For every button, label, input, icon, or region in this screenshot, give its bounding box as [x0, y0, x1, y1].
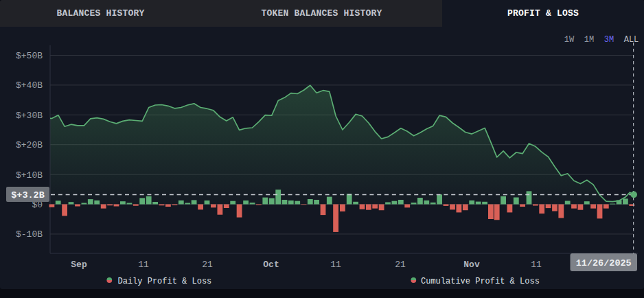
svg-text:Oct: Oct — [263, 260, 279, 270]
svg-text:Nov: Nov — [463, 260, 480, 270]
svg-text:21: 21 — [395, 260, 406, 270]
svg-text:$+50B: $+50B — [16, 51, 43, 61]
svg-text:Cumulative Profit & Loss: Cumulative Profit & Loss — [421, 277, 540, 286]
svg-text:1W: 1W — [564, 35, 575, 45]
svg-text:$+20B: $+20B — [16, 140, 43, 150]
svg-text:$-10B: $-10B — [16, 229, 43, 240]
svg-text:$+30B: $+30B — [16, 111, 43, 121]
svg-text:Sep: Sep — [71, 260, 87, 270]
svg-text:11: 11 — [531, 260, 542, 270]
svg-text:3M: 3M — [604, 35, 614, 45]
svg-text:$+40B: $+40B — [16, 80, 43, 91]
svg-text:$+3.2B: $+3.2B — [11, 190, 45, 200]
svg-text:11: 11 — [138, 260, 149, 270]
svg-text:$+10B: $+10B — [16, 170, 43, 181]
svg-text:21: 21 — [202, 260, 213, 270]
svg-text:Daily Profit & Loss: Daily Profit & Loss — [118, 277, 212, 286]
svg-text:11: 11 — [330, 260, 341, 270]
svg-text:11/26/2025: 11/26/2025 — [576, 258, 632, 268]
svg-text:1M: 1M — [584, 35, 594, 45]
svg-text:ALL: ALL — [624, 35, 639, 45]
